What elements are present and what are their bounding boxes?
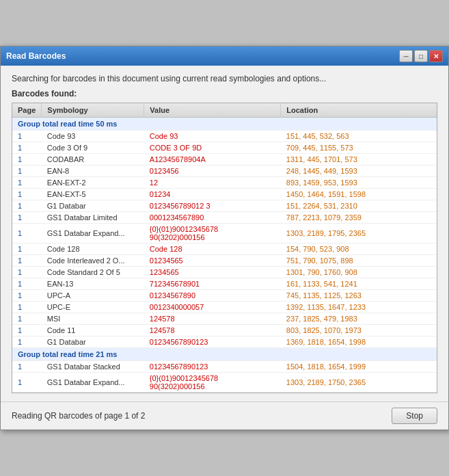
stop-button[interactable]: Stop (392, 408, 437, 424)
cell-value: 124578 (144, 325, 281, 336)
read-barcodes-window: Read Barcodes ─ □ ✕ Searching for barcod… (0, 46, 449, 430)
cell-value: CODE 3 OF 9D (144, 142, 281, 154)
cell-location: 1303, 2189, 1795, 2365 (281, 224, 437, 243)
table-row: 1Code 128Code 128154, 790, 523, 908 (12, 243, 437, 255)
cell-value: 712345678901 (144, 278, 281, 290)
cell-value: 1234565 (144, 267, 281, 278)
bottom-bar: Reading QR barcodes of page 1 of 2 Stop (1, 401, 448, 429)
table-row: 1G1 Databar0123456789012 3151, 2264, 531… (12, 200, 437, 212)
status-text: Searching for barcodes in this document … (12, 74, 437, 83)
table-row: 1Code Interleaved 2 O...01234565751, 790… (12, 255, 437, 267)
cell-symbology: Code Interleaved 2 O... (42, 255, 144, 267)
table-row: 1EAN-EXT-5012341450, 1464, 1591, 1598 (12, 189, 437, 200)
cell-location: 161, 1133, 541, 1241 (281, 278, 437, 290)
table-row: 1CODABARA12345678904A1311, 445, 1701, 57… (12, 154, 437, 166)
cell-symbology: UPC-E (42, 302, 144, 313)
cell-symbology: GS1 Databar Limited (42, 212, 144, 224)
cell-symbology: EAN-EXT-5 (42, 189, 144, 200)
table-row: 1EAN-EXT-212893, 1459, 953, 1593 (12, 177, 437, 189)
cell-page: 1 (12, 131, 42, 142)
cell-symbology: UPC-A (42, 290, 144, 302)
table-row: 1GS1 Databar Stacked012345678901231504, … (12, 361, 437, 373)
cell-symbology: Code 3 Of 9 (42, 142, 144, 154)
cell-value: 01234567890 (144, 290, 281, 302)
col-header-location: Location (281, 103, 437, 118)
cell-location: 151, 2264, 531, 2310 (281, 200, 437, 212)
cell-location: 1311, 445, 1701, 573 (281, 154, 437, 166)
group-header-row: Group total read time 21 ms (12, 348, 437, 361)
barcodes-table: Page Symbology Value Location Group tota… (12, 103, 437, 393)
table-row: 1GS1 Databar Limited0001234567890787, 22… (12, 212, 437, 224)
cell-location: 1392, 1135, 1647, 1233 (281, 302, 437, 313)
table-row: 1UPC-E00123400000571392, 1135, 1647, 123… (12, 302, 437, 313)
table-row: 1MSI124578237, 1825, 479, 1983 (12, 313, 437, 325)
cell-location: 1450, 1464, 1591, 1598 (281, 189, 437, 200)
cell-location: 151, 445, 532, 563 (281, 131, 437, 142)
cell-location: 803, 1825, 1070, 1973 (281, 325, 437, 336)
main-content: Searching for barcodes in this document … (1, 66, 448, 401)
reading-status: Reading QR barcodes of page 1 of 2 (12, 411, 145, 421)
cell-symbology: G1 Databar (42, 200, 144, 212)
cell-location: 248, 1445, 449, 1593 (281, 166, 437, 177)
col-header-value: Value (144, 103, 281, 118)
cell-location: 1301, 790, 1760, 908 (281, 267, 437, 278)
cell-page: 1 (12, 189, 42, 200)
cell-location: 1504, 1818, 1654, 1999 (281, 361, 437, 373)
cell-page: 1 (12, 166, 42, 177)
cell-value: Code 93 (144, 131, 281, 142)
table-row: 1EAN-13712345678901161, 1133, 541, 1241 (12, 278, 437, 290)
cell-symbology: EAN-13 (42, 278, 144, 290)
cell-page: 1 (12, 255, 42, 267)
table-row: 1Code Standard 2 Of 512345651301, 790, 1… (12, 267, 437, 278)
table-row: 1Code 3 Of 9CODE 3 OF 9D709, 445, 1155, … (12, 142, 437, 154)
cell-page: 1 (12, 373, 42, 393)
cell-location: 154, 790, 523, 908 (281, 243, 437, 255)
close-button[interactable]: ✕ (429, 50, 443, 62)
cell-symbology: Code 93 (42, 131, 144, 142)
cell-value: Code 128 (144, 243, 281, 255)
cell-location: 709, 445, 1155, 573 (281, 142, 437, 154)
cell-location: 1303, 2189, 1750, 2365 (281, 373, 437, 393)
cell-value: 124578 (144, 313, 281, 325)
cell-value: 12 (144, 177, 281, 189)
cell-symbology: GS1 Databar Stacked (42, 361, 144, 373)
cell-page: 1 (12, 302, 42, 313)
cell-page: 1 (12, 177, 42, 189)
cell-location: 237, 1825, 479, 1983 (281, 313, 437, 325)
table-row: 1GS1 Databar Expand...{0}(01)90012345678… (12, 373, 437, 393)
title-bar: Read Barcodes ─ □ ✕ (1, 47, 448, 66)
cell-location: 751, 790, 1075, 898 (281, 255, 437, 267)
cell-value: 0123456789012 3 (144, 200, 281, 212)
cell-page: 1 (12, 154, 42, 166)
table-row: 1Code 93Code 93151, 445, 532, 563 (12, 131, 437, 142)
cell-location: 893, 1459, 953, 1593 (281, 177, 437, 189)
cell-page: 1 (12, 243, 42, 255)
minimize-button[interactable]: ─ (399, 50, 413, 62)
cell-value: 01234565 (144, 255, 281, 267)
cell-value: A12345678904A (144, 154, 281, 166)
cell-value: 01234567890123 (144, 361, 281, 373)
cell-symbology: MSI (42, 313, 144, 325)
cell-location: 1369, 1818, 1654, 1998 (281, 336, 437, 348)
cell-symbology: Code 128 (42, 243, 144, 255)
cell-location: 787, 2213, 1079, 2359 (281, 212, 437, 224)
col-header-page: Page (12, 103, 42, 118)
maximize-button[interactable]: □ (414, 50, 428, 62)
group-label: Group total read time 50 ms (12, 118, 437, 131)
barcodes-found-label: Barcodes found: (12, 89, 437, 98)
cell-page: 1 (12, 224, 42, 243)
cell-page: 1 (12, 278, 42, 290)
cell-page: 1 (12, 142, 42, 154)
cell-value: 0012340000057 (144, 302, 281, 313)
table-row: 1UPC-A01234567890745, 1135, 1125, 1263 (12, 290, 437, 302)
cell-symbology: Code Standard 2 Of 5 (42, 267, 144, 278)
table-row: 1G1 Databar012345678901231369, 1818, 165… (12, 336, 437, 348)
table-row: 1GS1 Databar Expand...{0}(01)90012345678… (12, 224, 437, 243)
cell-page: 1 (12, 336, 42, 348)
cell-value: 0001234567890 (144, 212, 281, 224)
cell-symbology: GS1 Databar Expand... (42, 373, 144, 393)
cell-page: 1 (12, 212, 42, 224)
cell-symbology: EAN-EXT-2 (42, 177, 144, 189)
col-header-symbology: Symbology (42, 103, 144, 118)
group-label: Group total read time 21 ms (12, 348, 437, 361)
